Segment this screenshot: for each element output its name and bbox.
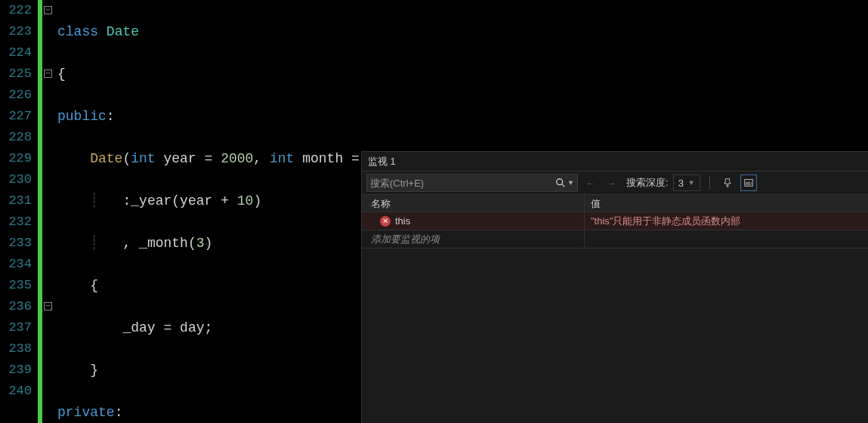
watch-toolbar: ▼ ← → 搜索深度: 3 ▼ ab: [362, 171, 868, 194]
line-number: 233: [0, 233, 32, 254]
empty-cell: [585, 230, 868, 249]
watch-panel: 监视 1 ▼ ← → 搜索深度: 3 ▼ ab 名称 值: [361, 151, 868, 423]
line-number: 235: [0, 275, 32, 296]
watch-panel-title: 监视 1: [362, 152, 868, 171]
svg-point-0: [557, 179, 563, 185]
line-number: 239: [0, 360, 32, 381]
keyword-public: public: [57, 109, 107, 124]
line-number: 224: [0, 42, 32, 63]
watch-grid-header: 名称 值: [362, 194, 868, 212]
toolbar-divider: [709, 176, 710, 190]
fold-toggle-icon[interactable]: −: [44, 69, 52, 78]
keyword-private: private: [57, 405, 115, 420]
search-input[interactable]: [370, 178, 555, 189]
line-number: 237: [0, 317, 32, 338]
add-watch-item[interactable]: 添加要监视的项: [362, 230, 585, 249]
nav-forward-icon[interactable]: →: [603, 178, 619, 189]
fold-toggle-icon[interactable]: −: [44, 302, 52, 310]
brace-open: {: [90, 278, 98, 293]
watch-row[interactable]: ✕ this "this"只能用于非静态成员函数内部: [362, 212, 868, 230]
watch-expression-name: this: [395, 212, 410, 230]
constructor-name: Date: [90, 151, 122, 166]
depth-select[interactable]: 3 ▼: [673, 174, 700, 191]
line-number: 225: [0, 63, 32, 85]
nav-back-icon[interactable]: ←: [582, 178, 598, 189]
class-name: Date: [107, 24, 139, 39]
keyword-class: class: [57, 24, 98, 39]
line-number-gutter: 222 223 224 225 226 227 228 229 230 231 …: [0, 0, 38, 423]
svg-text:ab: ab: [746, 181, 752, 186]
pin-icon[interactable]: [719, 174, 736, 191]
brace-close: }: [90, 363, 98, 378]
settings-box-icon[interactable]: ab: [740, 174, 757, 191]
svg-line-1: [562, 184, 565, 187]
line-number: 223: [0, 21, 32, 42]
line-number: 230: [0, 169, 32, 190]
line-number: 234: [0, 254, 32, 275]
line-number: 229: [0, 148, 32, 169]
line-number: 222: [0, 0, 32, 21]
dropdown-icon[interactable]: ▼: [567, 179, 574, 187]
column-value-header[interactable]: 值: [585, 195, 868, 212]
column-name-header[interactable]: 名称: [362, 195, 585, 212]
line-number: 231: [0, 190, 32, 212]
line-number: 227: [0, 106, 32, 127]
line-number: 238: [0, 338, 32, 360]
line-number: 232: [0, 212, 32, 233]
line-number: 228: [0, 127, 32, 148]
brace-open: {: [57, 66, 66, 82]
line-number: 226: [0, 85, 32, 106]
error-icon: ✕: [380, 216, 391, 227]
line-number: 240: [0, 381, 32, 402]
depth-label: 搜索深度:: [626, 176, 669, 190]
chevron-down-icon: ▼: [688, 179, 695, 187]
line-number: 236: [0, 296, 32, 317]
search-icon[interactable]: [555, 178, 566, 188]
depth-value: 3: [678, 178, 684, 189]
search-box[interactable]: ▼: [366, 174, 578, 192]
fold-toggle-icon[interactable]: −: [44, 6, 52, 14]
watch-expression-value: "this"只能用于非静态成员函数内部: [585, 212, 868, 230]
